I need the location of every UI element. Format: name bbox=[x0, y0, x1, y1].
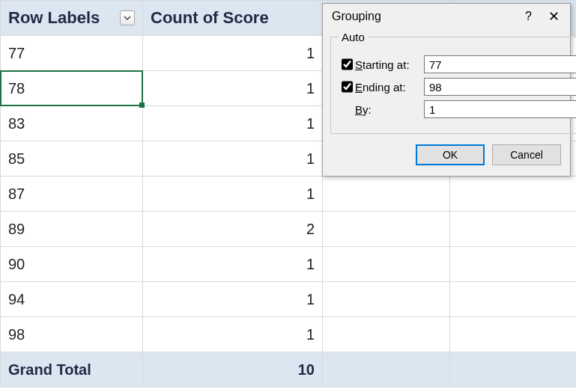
by-label: By: bbox=[355, 103, 424, 116]
row-by: By: bbox=[339, 100, 576, 118]
ending-at-input[interactable] bbox=[424, 78, 576, 96]
grand-total-label[interactable]: Grand Total bbox=[1, 352, 143, 388]
starting-at-label: Starting at: bbox=[355, 58, 424, 71]
empty-cell[interactable] bbox=[450, 282, 577, 317]
filter-dropdown-button[interactable] bbox=[120, 10, 135, 25]
by-input[interactable] bbox=[424, 100, 576, 118]
empty-cell[interactable] bbox=[323, 177, 450, 212]
ending-at-label: Ending at: bbox=[355, 81, 424, 94]
row-value-cell[interactable]: 1 bbox=[143, 71, 323, 106]
auto-legend: Auto bbox=[339, 31, 368, 43]
table-row: 901 bbox=[1, 247, 577, 282]
ending-at-checkbox[interactable] bbox=[342, 81, 353, 93]
empty-cell[interactable] bbox=[323, 317, 450, 352]
empty-cell[interactable] bbox=[450, 352, 577, 388]
table-row: 892 bbox=[1, 212, 577, 247]
row-label-cell[interactable]: 85 bbox=[1, 141, 143, 177]
empty-cell[interactable] bbox=[323, 352, 450, 388]
starting-at-input[interactable] bbox=[424, 55, 576, 73]
row-label-cell[interactable]: 83 bbox=[1, 106, 143, 141]
row-value-cell[interactable]: 2 bbox=[143, 212, 323, 247]
header-row-labels[interactable]: Row Labels bbox=[1, 1, 143, 36]
empty-cell[interactable] bbox=[450, 212, 577, 247]
row-value-cell[interactable]: 1 bbox=[143, 317, 323, 352]
table-row: 941 bbox=[1, 282, 577, 317]
table-row: 981 bbox=[1, 317, 577, 352]
header-count-of-score[interactable]: Count of Score bbox=[143, 1, 323, 36]
chevron-down-icon bbox=[124, 14, 131, 22]
row-starting-at: Starting at: bbox=[339, 55, 576, 73]
row-label-cell[interactable]: 89 bbox=[1, 212, 143, 247]
empty-cell[interactable] bbox=[323, 282, 450, 317]
dialog-titlebar[interactable]: Grouping ? ✕ bbox=[323, 4, 570, 29]
dialog-button-row: OK Cancel bbox=[323, 140, 570, 176]
row-label-cell[interactable]: 98 bbox=[1, 317, 143, 352]
cancel-button[interactable]: Cancel bbox=[492, 144, 561, 165]
empty-cell[interactable] bbox=[323, 247, 450, 282]
row-value-cell[interactable]: 1 bbox=[143, 177, 323, 212]
row-label-cell[interactable]: 94 bbox=[1, 282, 143, 317]
row-ending-at: Ending at: bbox=[339, 78, 576, 96]
row-value-cell[interactable]: 1 bbox=[143, 247, 323, 282]
ok-button[interactable]: OK bbox=[416, 144, 485, 165]
row-label-cell[interactable]: 78 bbox=[1, 71, 143, 106]
table-row: 871 bbox=[1, 177, 577, 212]
header-row-labels-text: Row Labels bbox=[8, 8, 100, 28]
help-button[interactable]: ? bbox=[525, 10, 532, 23]
row-value-cell[interactable]: 1 bbox=[143, 106, 323, 141]
row-label-cell[interactable]: 87 bbox=[1, 177, 143, 212]
close-button[interactable]: ✕ bbox=[545, 10, 563, 23]
row-value-cell[interactable]: 1 bbox=[143, 282, 323, 317]
grand-total-row: Grand Total10 bbox=[1, 352, 577, 388]
row-label-cell[interactable]: 77 bbox=[1, 36, 143, 71]
empty-cell[interactable] bbox=[450, 317, 577, 352]
empty-cell[interactable] bbox=[450, 247, 577, 282]
empty-cell[interactable] bbox=[323, 212, 450, 247]
starting-at-checkbox[interactable] bbox=[342, 58, 353, 70]
row-label-cell[interactable]: 90 bbox=[1, 247, 143, 282]
dialog-title: Grouping bbox=[332, 10, 381, 23]
auto-fieldset: Auto Starting at: Ending at: By: bbox=[330, 31, 576, 134]
row-value-cell[interactable]: 1 bbox=[143, 141, 323, 177]
grand-total-value[interactable]: 10 bbox=[143, 352, 323, 388]
empty-cell[interactable] bbox=[450, 177, 577, 212]
row-value-cell[interactable]: 1 bbox=[143, 36, 323, 71]
grouping-dialog: Grouping ? ✕ Auto Starting at: Ending at… bbox=[322, 3, 571, 177]
